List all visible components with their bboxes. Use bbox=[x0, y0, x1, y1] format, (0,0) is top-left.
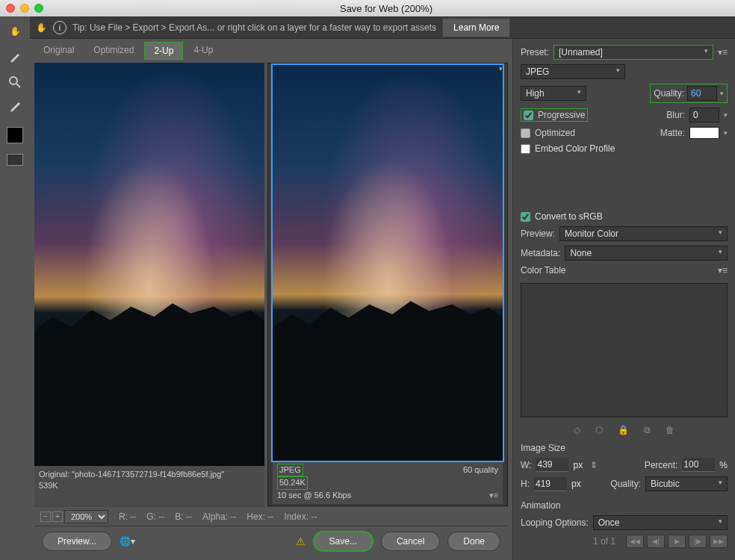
animation-label: Animation bbox=[521, 500, 560, 511]
quality-preset-select[interactable]: High bbox=[521, 86, 586, 101]
zoom-tool-icon[interactable] bbox=[6, 73, 24, 91]
warning-icon: ⚠ bbox=[296, 535, 306, 547]
preview-original[interactable]: Original: "photo-1467173572719-f14b9fb86… bbox=[34, 63, 264, 506]
preset-label: Preset: bbox=[521, 47, 549, 57]
status-hex: Hex: -- bbox=[246, 511, 273, 522]
lock-icon[interactable]: 🔒 bbox=[618, 425, 629, 435]
anim-next-button[interactable]: |▶ bbox=[689, 535, 707, 548]
window-title: Save for Web (200%) bbox=[43, 3, 729, 14]
left-toolbar: ✋ bbox=[0, 16, 30, 560]
zoom-minus-icon[interactable]: − bbox=[40, 511, 51, 522]
preset-menu-icon[interactable]: ▾≡ bbox=[718, 47, 728, 57]
srgb-label: Convert to sRGB bbox=[535, 211, 603, 222]
matte-swatch[interactable] bbox=[689, 127, 719, 139]
link-icon[interactable]: ⇕ bbox=[590, 460, 598, 470]
matte-chevron-icon[interactable]: ▾ bbox=[724, 129, 728, 137]
image-size-label: Image Size bbox=[521, 443, 565, 453]
blur-chevron-icon[interactable]: ▾ bbox=[724, 111, 728, 119]
loop-select: Once bbox=[593, 515, 728, 530]
original-size: 539K bbox=[39, 480, 260, 491]
eyedropper-tool-icon[interactable] bbox=[6, 99, 24, 116]
px-label-h: px bbox=[571, 479, 581, 489]
optimized-size: 50.24K bbox=[277, 476, 308, 489]
embed-profile-label: Embed Color Profile bbox=[535, 143, 615, 154]
status-g: G: -- bbox=[146, 511, 164, 522]
embed-profile-checkbox[interactable] bbox=[521, 144, 530, 154]
optimized-opt-label: Optimized bbox=[535, 128, 575, 138]
zoom-plus-icon[interactable]: + bbox=[52, 511, 63, 522]
anim-last-button[interactable]: ▶▶ bbox=[710, 535, 728, 548]
matte-label: Matte: bbox=[660, 128, 685, 138]
status-index: Index: -- bbox=[284, 511, 317, 522]
ct-new-icon[interactable]: ⧉ bbox=[644, 425, 651, 435]
blur-input[interactable] bbox=[689, 108, 719, 122]
metadata-select[interactable]: None bbox=[565, 246, 728, 261]
tab-4up[interactable]: 4-Up bbox=[184, 42, 222, 60]
width-input[interactable] bbox=[536, 458, 568, 472]
preview-mode-select[interactable]: Monitor Color bbox=[559, 226, 728, 241]
done-button[interactable]: Done bbox=[447, 532, 500, 551]
view-tabs: Original Optimized 2-Up 4-Up bbox=[34, 42, 508, 60]
window-close-button[interactable] bbox=[6, 4, 15, 13]
preset-select[interactable]: [Unnamed] bbox=[553, 45, 713, 60]
quality-input[interactable] bbox=[687, 86, 717, 101]
anim-play-button[interactable]: ▶ bbox=[668, 535, 686, 548]
color-table-area bbox=[521, 283, 728, 417]
progressive-label: Progressive bbox=[538, 110, 585, 120]
save-button[interactable]: Save... bbox=[313, 531, 373, 552]
optimized-quality: 60 quality bbox=[463, 464, 498, 476]
format-select[interactable]: JPEG bbox=[521, 64, 625, 79]
tab-original[interactable]: Original bbox=[34, 42, 83, 60]
interp-quality-select[interactable]: Bicubic bbox=[645, 476, 728, 491]
color-table-label: Color Table bbox=[521, 265, 565, 276]
zoom-select[interactable]: 200% bbox=[64, 510, 108, 523]
optimized-format: JPEG bbox=[277, 464, 303, 476]
status-bar: − + 200% R: -- G: -- B: -- Alpha: -- Hex… bbox=[34, 506, 508, 526]
preview-mode-label: Preview: bbox=[521, 228, 555, 239]
srgb-checkbox[interactable] bbox=[521, 212, 530, 222]
loop-label: Looping Options: bbox=[521, 517, 589, 528]
height-input[interactable] bbox=[534, 477, 567, 491]
optimized-caption: JPEG 60 quality 50.24K 10 sec @ 56.6 Kbp… bbox=[273, 461, 503, 504]
settings-panel: Preset: [Unnamed] ▾≡ JPEG High Quality: … bbox=[512, 39, 735, 560]
preview-optimized[interactable]: JPEG 60 quality 50.24K 10 sec @ 56.6 Kbp… bbox=[267, 63, 508, 506]
tip-bar: ✋ i Tip: Use File > Export > Export As..… bbox=[30, 16, 735, 39]
blur-label: Blur: bbox=[666, 110, 685, 120]
tip-text: Tip: Use File > Export > Export As... or… bbox=[72, 22, 436, 33]
learn-more-button[interactable]: Learn More bbox=[442, 18, 510, 37]
hand-tool-icon[interactable]: ✋ bbox=[6, 22, 24, 40]
tab-optimized[interactable]: Optimized bbox=[84, 42, 143, 60]
status-alpha: Alpha: -- bbox=[202, 511, 236, 522]
metadata-label: Metadata: bbox=[521, 248, 560, 258]
percent-label: Percent: bbox=[645, 460, 678, 470]
svg-point-0 bbox=[10, 77, 17, 84]
toggle-slices-icon[interactable] bbox=[7, 154, 23, 166]
anim-page: 1 of 1 bbox=[593, 536, 615, 547]
ct-icon-2[interactable]: ⬡ bbox=[595, 425, 603, 435]
slice-tool-icon[interactable] bbox=[6, 48, 24, 66]
percent-sign: % bbox=[719, 460, 728, 470]
optimized-transfer: 10 sec @ 56.6 Kbps bbox=[277, 490, 351, 501]
ct-icon-1[interactable]: ◇ bbox=[574, 425, 580, 435]
percent-input[interactable] bbox=[682, 458, 715, 472]
interp-quality-label: Quality: bbox=[610, 479, 641, 489]
px-label-w: px bbox=[573, 460, 583, 470]
anim-prev-button[interactable]: ◀| bbox=[647, 535, 665, 548]
tab-2up[interactable]: 2-Up bbox=[144, 42, 183, 60]
cancel-button[interactable]: Cancel bbox=[381, 532, 440, 551]
preview-menu-icon[interactable]: ▾≡ bbox=[489, 490, 498, 501]
original-caption: Original: "photo-1467173572719-f14b9fb86… bbox=[34, 466, 264, 506]
trash-icon[interactable]: 🗑 bbox=[666, 425, 674, 435]
optimized-checkbox bbox=[521, 128, 530, 138]
color-table-menu-icon[interactable]: ▾≡ bbox=[718, 265, 728, 276]
quality-chevron-icon[interactable]: ▾ bbox=[720, 90, 724, 97]
anim-first-button[interactable]: ◀◀ bbox=[626, 535, 644, 548]
original-filename: Original: "photo-1467173572719-f14b9fb86… bbox=[39, 469, 260, 480]
svg-line-1 bbox=[16, 84, 20, 87]
progressive-checkbox[interactable] bbox=[524, 111, 533, 120]
foreground-swatch[interactable] bbox=[7, 127, 23, 143]
window-zoom-button[interactable] bbox=[34, 4, 43, 13]
preview-button[interactable]: Preview... bbox=[42, 532, 112, 551]
window-minimize-button[interactable] bbox=[20, 4, 29, 13]
browser-icon[interactable]: 🌐▾ bbox=[120, 536, 135, 547]
